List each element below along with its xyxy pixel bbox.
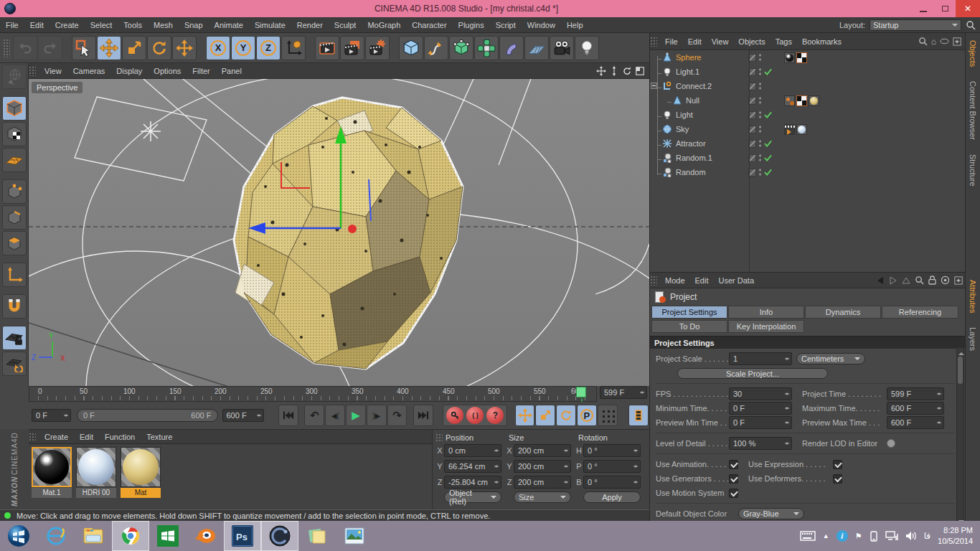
viewport-menu-display[interactable]: Display — [110, 67, 148, 75]
history-forward-icon[interactable] — [889, 276, 897, 285]
viewport-canvas[interactable]: Y Z X Perspective — [29, 79, 649, 386]
tab-project-settings[interactable]: Project Settings — [651, 306, 727, 319]
material-tag-black[interactable] — [784, 52, 795, 63]
menu-select[interactable]: Select — [85, 17, 118, 33]
menu-script[interactable]: Script — [490, 17, 522, 33]
title-bar[interactable]: CINEMA 4D R15.008 Studio - [my christal.… — [0, 0, 980, 17]
at-menu-mode[interactable]: Mode — [660, 276, 690, 285]
search-icon[interactable] — [915, 276, 924, 285]
viewport-menu-cameras[interactable]: Cameras — [67, 67, 111, 75]
lock-workplane-button[interactable] — [2, 326, 27, 350]
visibility-dots[interactable] — [758, 110, 762, 119]
chrome-icon[interactable] — [112, 521, 149, 551]
material-swatch[interactable] — [32, 447, 72, 487]
visibility-dots[interactable] — [758, 53, 762, 62]
tab-structure[interactable]: Structure — [969, 147, 977, 194]
tab-referencing[interactable]: Referencing — [882, 306, 958, 319]
menu-window[interactable]: Window — [522, 17, 561, 33]
material-tag-sky[interactable] — [796, 124, 807, 135]
tab-content-browser[interactable]: Content Browser — [969, 74, 977, 147]
scale-tool-button[interactable] — [122, 36, 146, 60]
rotation-h-field[interactable]: 0 ° — [583, 444, 641, 457]
next-frame-button[interactable]: )▶ — [367, 405, 387, 426]
volume-icon[interactable] — [905, 531, 917, 541]
material-name[interactable]: Mat — [121, 488, 161, 498]
make-editable-button[interactable] — [2, 65, 27, 89]
edges-mode-button[interactable] — [2, 205, 27, 230]
next-key-button[interactable]: ↷ — [387, 405, 407, 426]
at-menu-userdata[interactable]: User Data — [714, 276, 760, 285]
display-tag[interactable] — [796, 95, 807, 106]
tab-layers[interactable]: Layers — [969, 320, 977, 358]
add-camera-button[interactable] — [550, 36, 574, 60]
close-button[interactable]: ✕ — [956, 0, 980, 17]
size-mode-dropdown[interactable]: Size — [514, 491, 571, 503]
menu-render[interactable]: Render — [291, 17, 329, 33]
home-icon[interactable]: ⌂ — [931, 37, 936, 47]
selection-tool-button[interactable] — [72, 36, 96, 60]
viewport-camera-label[interactable]: Perspective — [32, 82, 83, 93]
prev-key-button[interactable]: ↶ — [304, 405, 324, 426]
current-frame-field[interactable]: 599 F — [600, 386, 647, 399]
visibility-dots[interactable] — [758, 96, 762, 105]
sticky-notes-icon[interactable] — [298, 521, 336, 551]
render-lod-checkbox[interactable] — [887, 439, 895, 448]
windows-store-icon[interactable] — [149, 521, 187, 551]
spinner-icon[interactable] — [639, 388, 645, 397]
position-y-field[interactable]: 66.254 cm — [444, 460, 501, 473]
om-menu-view[interactable]: View — [707, 37, 734, 46]
visibility-dots[interactable] — [758, 139, 762, 148]
project-scale-unit-dropdown[interactable]: Centimeters — [796, 353, 865, 364]
fps-field[interactable]: 30 — [729, 387, 792, 400]
prev-frame-button[interactable]: ◀( — [325, 405, 345, 426]
preview-max-field[interactable]: 600 F — [887, 416, 944, 429]
viewport-dolly-icon[interactable] — [609, 66, 619, 76]
visibility-dots[interactable] — [758, 67, 762, 76]
spinner-icon[interactable] — [256, 411, 262, 420]
layout-dropdown[interactable]: Startup — [870, 19, 961, 31]
render-settings-button[interactable] — [365, 36, 390, 60]
coords-grip[interactable] — [435, 433, 443, 442]
range-start-field[interactable]: 0 F — [32, 409, 71, 422]
enabled-check-icon[interactable] — [764, 169, 772, 176]
material-menu-edit[interactable]: Edit — [74, 433, 99, 441]
viewport-toggle-icon[interactable] — [635, 66, 645, 76]
polygons-mode-button[interactable] — [2, 231, 27, 255]
play-button[interactable]: ▶ — [346, 405, 366, 426]
menu-snap[interactable]: Snap — [179, 17, 209, 33]
workplane-mode-button[interactable] — [2, 148, 27, 172]
material-menu-function[interactable]: Function — [99, 433, 141, 441]
object-row-connect2[interactable]: Connect.2 — [650, 79, 980, 93]
menu-mograph[interactable]: MoGraph — [362, 17, 406, 33]
axis-mode-button[interactable] — [2, 263, 27, 287]
search-icon[interactable] — [966, 20, 976, 30]
preview-min-field[interactable]: 0 F — [729, 416, 792, 429]
show-hidden-icons[interactable]: ▲ — [823, 532, 829, 540]
coordinate-system-button[interactable] — [281, 36, 306, 60]
object-row-sky[interactable]: Sky — [650, 122, 980, 136]
visibility-dots[interactable] — [758, 154, 762, 162]
object-row-random1[interactable]: Random.1 — [650, 151, 980, 165]
timeline-ruler[interactable]: 0 50 100 150 200 250 300 350 400 450 500… — [29, 386, 597, 402]
history-back-icon[interactable] — [876, 276, 885, 285]
size-y-field[interactable]: 200 cm — [514, 460, 571, 473]
object-row-light[interactable]: Light — [650, 108, 980, 122]
photoshop-icon[interactable]: Ps — [224, 521, 261, 551]
material-swatch[interactable] — [76, 447, 116, 487]
parent-icon[interactable] — [902, 276, 910, 285]
axis-x-lock-button[interactable]: X — [206, 36, 230, 60]
viewport-grip[interactable] — [29, 66, 36, 76]
spinner-icon[interactable] — [63, 411, 69, 420]
use-animation-checkbox[interactable] — [729, 460, 738, 469]
rotate-tool-button[interactable] — [147, 36, 171, 60]
viewport-pan-icon[interactable] — [596, 66, 606, 76]
key-parameter-toggle[interactable]: P — [577, 405, 597, 426]
enabled-check-icon[interactable] — [764, 111, 772, 118]
default-color-dropdown[interactable]: Gray-Blue — [738, 508, 804, 519]
action-center-icon[interactable]: i — [837, 530, 848, 542]
workplane-tool-button[interactable] — [2, 352, 27, 376]
add-mograph-button[interactable] — [474, 36, 499, 60]
start-button[interactable] — [0, 521, 37, 551]
tab-attributes[interactable]: Attributes — [969, 273, 977, 320]
material-name[interactable]: Mat.1 — [32, 488, 72, 498]
